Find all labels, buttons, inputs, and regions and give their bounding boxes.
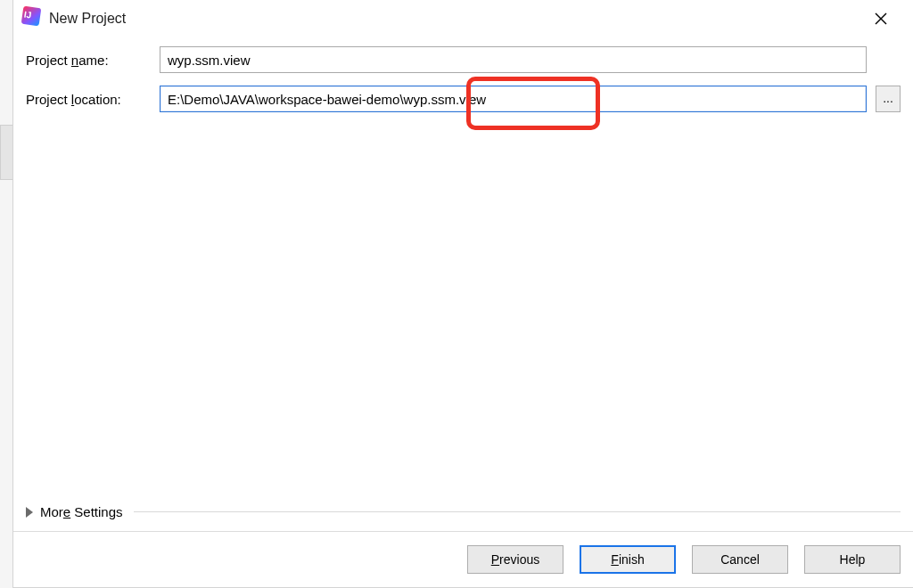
browse-button[interactable]: ...	[876, 86, 901, 112]
chevron-right-icon	[26, 507, 33, 518]
project-location-input[interactable]	[160, 86, 867, 112]
new-project-dialog: IJ New Project Project name:	[12, 0, 913, 588]
dialog-footer: Previous Finish Cancel Help	[13, 531, 913, 587]
intellij-icon: IJ	[21, 9, 40, 29]
project-location-label: Project location:	[26, 92, 160, 107]
titlebar: IJ New Project	[13, 0, 913, 37]
finish-button[interactable]: Finish	[580, 545, 676, 574]
project-name-label: Project name:	[26, 53, 160, 68]
window-title: New Project	[49, 11, 126, 27]
more-settings-label: More Settings	[40, 504, 123, 519]
close-button[interactable]	[861, 4, 901, 33]
project-name-input[interactable]	[160, 46, 867, 73]
cancel-button[interactable]: Cancel	[692, 545, 788, 574]
previous-button[interactable]: Previous	[467, 545, 563, 574]
close-icon	[875, 12, 887, 25]
more-settings-toggle[interactable]: More Settings	[26, 504, 901, 519]
help-button[interactable]: Help	[804, 545, 901, 574]
divider	[134, 511, 901, 512]
